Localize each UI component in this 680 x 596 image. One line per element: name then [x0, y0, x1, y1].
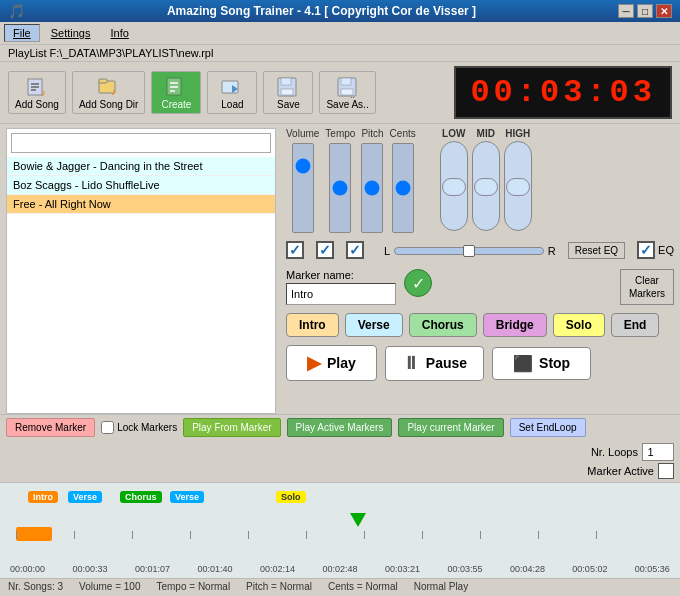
- remove-marker-button[interactable]: Remove Marker: [6, 418, 95, 437]
- pause-label: Pause: [426, 355, 467, 371]
- marker-active-checkbox[interactable]: [658, 463, 674, 479]
- time-6: 00:03:21: [385, 564, 420, 574]
- playlist-bar: PlayList F:\_DATA\MP3\PLAYLIST\new.rpl: [0, 45, 680, 62]
- eq-mid-label: MID: [477, 128, 495, 139]
- eq-checkbox-label: EQ: [658, 244, 674, 256]
- pitch-label: Pitch: [361, 128, 383, 139]
- timeline-tag-intro[interactable]: Intro: [28, 491, 58, 503]
- timeline-tag-chorus[interactable]: Chorus: [120, 491, 162, 503]
- timeline-area[interactable]: Intro Verse Chorus Verse Solo 00:00:00 0…: [0, 482, 680, 578]
- maximize-button[interactable]: □: [637, 4, 653, 18]
- song-item-0[interactable]: Bowie & Jagger - Dancing in the Street: [7, 157, 275, 176]
- stop-button[interactable]: ⬛ Stop: [492, 347, 591, 380]
- cents-slider[interactable]: [392, 143, 414, 233]
- menu-file[interactable]: File: [4, 24, 40, 42]
- eq-checkbox[interactable]: ✓: [637, 241, 655, 259]
- timeline-tag-verse-1[interactable]: Verse: [68, 491, 102, 503]
- time-7: 00:03:55: [447, 564, 482, 574]
- intro-button[interactable]: Intro: [286, 313, 339, 337]
- stop-label: Stop: [539, 355, 570, 371]
- tick-10: [596, 531, 597, 539]
- create-icon: [162, 75, 190, 99]
- add-song-dir-button[interactable]: ♪ Add Song Dir: [72, 71, 145, 114]
- lr-right-label: R: [548, 245, 556, 257]
- set-endloop-button[interactable]: Set EndLoop: [510, 418, 586, 437]
- time-4: 00:02:14: [260, 564, 295, 574]
- cents-label: Cents: [390, 128, 416, 139]
- menu-info[interactable]: Info: [101, 24, 137, 42]
- play-current-marker-button[interactable]: Play current Marker: [398, 418, 503, 437]
- checkbox-3[interactable]: ✓: [346, 241, 364, 259]
- bridge-button[interactable]: Bridge: [483, 313, 547, 337]
- pause-button[interactable]: ⏸ Pause: [385, 346, 484, 381]
- save-button[interactable]: Save: [263, 71, 313, 114]
- svg-rect-16: [281, 89, 293, 95]
- eq-low-thumb[interactable]: [442, 178, 466, 196]
- verse-button[interactable]: Verse: [345, 313, 403, 337]
- load-button[interactable]: Load: [207, 71, 257, 114]
- end-button[interactable]: End: [611, 313, 660, 337]
- checkbox-group-2: ✓: [316, 241, 334, 259]
- checkbox-2[interactable]: ✓: [316, 241, 334, 259]
- marker-name-input[interactable]: [286, 283, 396, 305]
- nr-loops-input[interactable]: [642, 443, 674, 461]
- create-label: Create: [161, 99, 191, 110]
- search-input[interactable]: [11, 133, 271, 153]
- save-icon: [274, 75, 302, 99]
- song-item-2[interactable]: Free - All Right Now: [7, 195, 275, 214]
- add-song-dir-label: Add Song Dir: [79, 99, 138, 110]
- menu-settings[interactable]: Settings: [42, 24, 100, 42]
- playlist-label: PlayList F:\_DATA\MP3\PLAYLIST\new.rpl: [8, 47, 213, 59]
- eq-high-thumb[interactable]: [506, 178, 530, 196]
- time-2: 00:01:07: [135, 564, 170, 574]
- chorus-button[interactable]: Chorus: [409, 313, 477, 337]
- clear-markers-button[interactable]: Clear Markers: [620, 269, 674, 305]
- nr-loops-row: Nr. Loops: [591, 443, 674, 461]
- time-8: 00:04:28: [510, 564, 545, 574]
- save-as-button[interactable]: .. Save As..: [319, 71, 375, 114]
- solo-button[interactable]: Solo: [553, 313, 605, 337]
- reset-eq-button[interactable]: Reset EQ: [568, 242, 625, 259]
- checkbox-1[interactable]: ✓: [286, 241, 304, 259]
- tempo-label: Tempo: [325, 128, 355, 139]
- eq-mid-track[interactable]: [472, 141, 500, 231]
- lr-thumb[interactable]: [463, 245, 475, 257]
- timeline-tag-solo[interactable]: Solo: [276, 491, 306, 503]
- play-active-markers-button[interactable]: Play Active Markers: [287, 418, 393, 437]
- lock-markers-checkbox[interactable]: [101, 421, 114, 434]
- time-labels: 00:00:00 00:00:33 00:01:07 00:01:40 00:0…: [0, 564, 680, 574]
- play-from-marker-button[interactable]: Play From Marker: [183, 418, 280, 437]
- tick-5: [306, 531, 307, 539]
- window-controls: ─ □ ✕: [618, 4, 672, 18]
- eq-low-track[interactable]: [440, 141, 468, 231]
- tick-7: [422, 531, 423, 539]
- volume-slider[interactable]: [292, 143, 314, 233]
- window-icon: 🎵: [8, 3, 25, 19]
- confirm-marker-button[interactable]: ✓: [404, 269, 432, 297]
- eq-mid-thumb[interactable]: [474, 178, 498, 196]
- time-1: 00:00:33: [72, 564, 107, 574]
- song-item-1[interactable]: Boz Scaggs - Lido ShuffleLive: [7, 176, 275, 195]
- tempo-slider[interactable]: [329, 143, 351, 233]
- pitch-slider[interactable]: [361, 143, 383, 233]
- svg-text:..: ..: [350, 90, 355, 98]
- add-song-button[interactable]: ♪ Add Song: [8, 71, 66, 114]
- close-button[interactable]: ✕: [656, 4, 672, 18]
- marker-active-row: Marker Active: [587, 463, 674, 479]
- add-song-label: Add Song: [15, 99, 59, 110]
- status-bar: Nr. Songs: 3 Volume = 100 Tempo = Normal…: [0, 578, 680, 594]
- create-button[interactable]: Create: [151, 71, 201, 114]
- eq-checkbox-group: ✓ EQ: [637, 241, 674, 259]
- lr-track[interactable]: [394, 247, 544, 255]
- marker-active-label: Marker Active: [587, 465, 654, 477]
- lock-markers-group: Lock Markers: [101, 421, 177, 434]
- eq-section: LOW MID HIGH: [440, 128, 532, 231]
- main-area: Bowie & Jagger - Dancing in the Street B…: [0, 124, 680, 414]
- minimize-button[interactable]: ─: [618, 4, 634, 18]
- timeline-tag-verse-2[interactable]: Verse: [170, 491, 204, 503]
- play-button[interactable]: ▶ Play: [286, 345, 377, 381]
- status-nr-songs: Nr. Songs: 3: [8, 581, 63, 592]
- eq-low-group: LOW: [440, 128, 468, 231]
- tick-6: [364, 531, 365, 539]
- eq-high-track[interactable]: [504, 141, 532, 231]
